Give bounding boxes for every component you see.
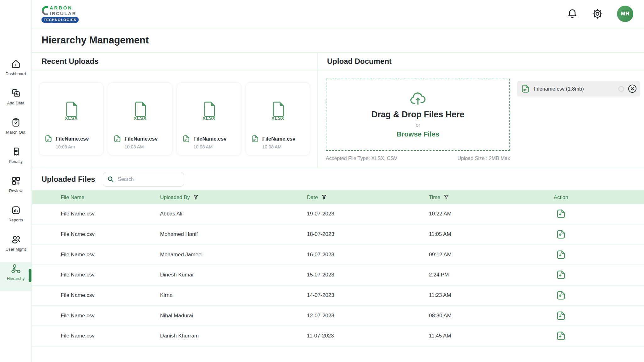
table-row: File Name.csv Abbas Ali 19-07-2023 10:22… xyxy=(32,204,644,225)
hierarchy-flow-icon xyxy=(11,264,21,274)
cell-uploaded-by: Abbas Ali xyxy=(160,211,307,217)
cell-uploaded-by: Dinesh Kumar xyxy=(160,272,307,278)
cell-file-name: File Name.csv xyxy=(32,292,160,298)
sidebar-item-penalty[interactable]: Penalty xyxy=(0,145,31,174)
sidebar-item-reports[interactable]: Reports xyxy=(0,203,31,233)
cell-uploaded-by: Mohamed Hanif xyxy=(160,231,307,237)
download-file-icon[interactable] xyxy=(556,229,566,240)
column-header-file-name: File Name xyxy=(32,194,160,200)
browse-files-link[interactable]: Browse Files xyxy=(397,130,439,138)
sidebar-item-review[interactable]: Review xyxy=(0,174,31,203)
download-file-icon[interactable] xyxy=(556,290,566,301)
search-box[interactable] xyxy=(103,172,184,187)
sidebar-item-dashboard[interactable]: Dashboard xyxy=(0,57,31,86)
clipboard-check-icon xyxy=(11,117,21,128)
recent-upload-card[interactable]: XLSX FileName.csv 10:08 AM xyxy=(108,82,172,155)
file-type-badge: XLSX xyxy=(271,115,284,121)
topbar: ARBON IRCULAR TECHNOLOGIES MH xyxy=(32,0,644,28)
sidebar-item-label: March Out xyxy=(6,130,25,135)
download-file-icon[interactable] xyxy=(556,209,566,219)
file-type-badge: XLSX xyxy=(134,115,147,121)
cell-date: 19-07-2023 xyxy=(307,211,429,217)
notifications-bell-icon[interactable] xyxy=(567,8,578,19)
sidebar-item-label: Dashboard xyxy=(6,71,26,76)
accepted-file-type-text: Accepted File Type: XLSX, CSV xyxy=(326,156,397,161)
document-icon xyxy=(521,84,530,93)
table-row: File Name.csv Mohamed Hanif 18-07-2023 1… xyxy=(32,225,644,245)
recent-upload-card[interactable]: XLSX FileName.csv 10:08 AM xyxy=(246,82,310,155)
filter-funnel-icon[interactable] xyxy=(443,194,450,201)
report-chart-icon xyxy=(11,205,21,215)
cloud-upload-icon xyxy=(408,91,427,107)
cell-file-name: File Name.csv xyxy=(32,211,160,217)
document-icon xyxy=(44,135,53,143)
table-row: File Name.csv Danish Khurram 11-07-2023 … xyxy=(32,326,644,347)
drag-drop-zone[interactable]: Drag & Drop Files Here or Browse Files xyxy=(326,79,510,151)
document-icon xyxy=(182,135,190,143)
grid-plus-icon xyxy=(11,176,21,186)
sidebar-item-label: Add Data xyxy=(7,101,24,105)
download-file-icon[interactable] xyxy=(556,310,566,321)
recent-upload-card[interactable]: XLSX FileName.csv 10:08 AM xyxy=(177,82,241,155)
search-input[interactable] xyxy=(117,176,180,182)
table-row: File Name.csv Kirna 14-07-2023 11:23 AM xyxy=(32,286,644,306)
xlsx-file-icon: XLSX xyxy=(113,87,167,135)
download-file-icon[interactable] xyxy=(556,270,566,280)
sidebar-item-add-data[interactable]: Add Data xyxy=(0,86,31,116)
cell-uploaded-by: Kirna xyxy=(160,292,307,298)
recent-uploads-title: Recent Uploads xyxy=(32,53,317,70)
table-row: File Name.csv Nihal Madurai 12-07-2023 0… xyxy=(32,306,644,326)
filter-funnel-icon[interactable] xyxy=(321,194,327,201)
table-header: File Name Uploaded By Date Time Action xyxy=(32,190,644,204)
user-avatar[interactable]: MH xyxy=(617,6,633,22)
column-header-action: Action xyxy=(530,194,592,200)
chip-file-name: Filename.csv (1.8mb) xyxy=(534,86,584,92)
sidebar-item-label: Reports xyxy=(8,218,23,222)
cell-file-name: File Name.csv xyxy=(32,231,160,237)
receipt-icon xyxy=(11,147,21,157)
logo-word-circular: IRCULAR xyxy=(50,11,76,16)
recent-uploads-panel: Recent Uploads XLSX FileName.csv 10:08 A… xyxy=(32,53,317,168)
dropzone-or-text: or xyxy=(416,122,420,128)
upload-size-limit-text: Upload Size : 2MB Max xyxy=(458,156,510,161)
column-header-time: Time xyxy=(429,194,440,200)
sidebar-item-hierarchy[interactable]: Hierarchy xyxy=(0,262,31,291)
recent-upload-card[interactable]: XLSX FileName.csv 10:08 Am xyxy=(39,82,103,155)
cell-file-name: File Name.csv xyxy=(32,252,160,258)
cell-time: 11:45 AM xyxy=(429,333,530,339)
cell-date: 16-07-2023 xyxy=(307,252,429,258)
file-type-badge: XLSX xyxy=(203,115,215,121)
card-file-name: FileName.csv xyxy=(56,136,89,142)
uploaded-file-chip: Filename.csv (1.8mb) xyxy=(517,81,640,97)
recent-uploads-cards: XLSX FileName.csv 10:08 Am XLSX xyxy=(32,70,317,155)
cell-date: 15-07-2023 xyxy=(307,272,429,278)
remove-file-close-icon[interactable] xyxy=(628,84,637,93)
cell-uploaded-by: Danish Khurram xyxy=(160,333,307,339)
card-upload-time: 10:08 AM xyxy=(193,144,236,149)
page-title: Hierarchy Management xyxy=(32,28,644,53)
settings-gear-icon[interactable] xyxy=(592,8,603,19)
download-file-icon[interactable] xyxy=(556,249,566,260)
copy-plus-icon xyxy=(11,88,21,98)
sidebar-item-label: Review xyxy=(9,188,22,193)
card-upload-time: 10:08 AM xyxy=(262,144,305,149)
sidebar-item-user-mgmt[interactable]: User Mgmt xyxy=(0,233,31,262)
file-type-badge: XLSX xyxy=(65,115,78,121)
cell-file-name: File Name.csv xyxy=(32,313,160,319)
download-file-icon[interactable] xyxy=(556,331,566,341)
sidebar-item-label: Hierarchy xyxy=(7,276,25,281)
cell-time: 11:23 AM xyxy=(429,292,530,298)
company-logo: ARBON IRCULAR TECHNOLOGIES xyxy=(42,5,79,23)
cell-file-name: File Name.csv xyxy=(32,333,160,339)
table-row: File Name.csv Mohamed Jameel 16-07-2023 … xyxy=(32,245,644,265)
filter-funnel-icon[interactable] xyxy=(192,194,199,201)
card-file-name: FileName.csv xyxy=(125,136,158,142)
card-upload-time: 10:08 Am xyxy=(56,144,98,149)
uploaded-files-title: Uploaded Files xyxy=(42,175,95,184)
card-file-name: FileName.csv xyxy=(193,136,226,142)
cell-date: 12-07-2023 xyxy=(307,313,429,319)
sidebar-item-march-out[interactable]: March Out xyxy=(0,116,31,145)
logo-word-carbon: ARBON xyxy=(50,5,76,10)
xlsx-file-icon: XLSX xyxy=(44,87,98,135)
cell-date: 11-07-2023 xyxy=(307,333,429,339)
